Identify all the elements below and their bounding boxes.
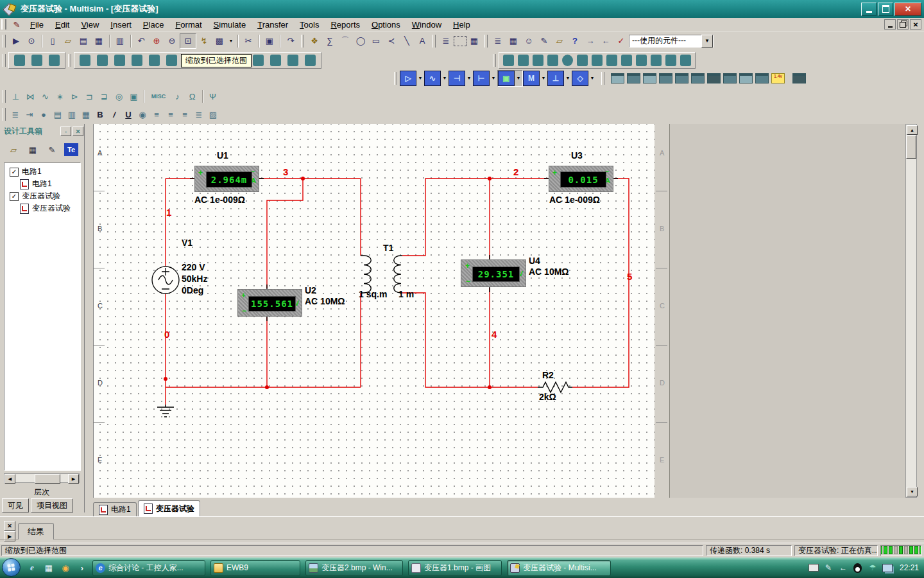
draw-ellipse-icon[interactable]: ◯ <box>353 34 368 48</box>
t1-secondary-label[interactable]: 1 m <box>398 289 414 299</box>
toolbar-grip[interactable] <box>3 90 6 103</box>
taskbar-button-bmp2[interactable]: 变压器2.bmp - Win... <box>305 560 403 576</box>
component-button[interactable] <box>49 55 60 66</box>
component-button[interactable] <box>503 55 514 66</box>
vertical-scrollbar[interactable]: ▲ ▼ <box>905 124 917 498</box>
dropdown-arrow-icon[interactable]: ▼ <box>540 71 547 85</box>
font-color-icon[interactable]: ◉ <box>135 107 150 121</box>
four-channel-scope-icon[interactable] <box>675 73 689 83</box>
settings-u2[interactable]: AC 10MΩ <box>305 296 345 306</box>
draw-rect-icon[interactable]: ▭ <box>368 34 384 48</box>
grapher-icon[interactable]: ▩ <box>212 34 227 48</box>
toolbar-grip[interactable] <box>493 54 496 67</box>
word-generator-icon[interactable] <box>723 73 737 83</box>
tray-collapse-icon[interactable]: ← <box>838 563 848 573</box>
menu-view[interactable]: View <box>75 19 105 31</box>
keyboard-tray-icon[interactable] <box>809 563 819 573</box>
toolbar-grip[interactable] <box>601 72 604 85</box>
refdes-t1[interactable]: T1 <box>383 243 393 253</box>
pen-tray-icon[interactable]: ✎ <box>823 563 834 573</box>
function-generator-icon[interactable] <box>627 73 640 83</box>
component-button[interactable] <box>665 55 676 66</box>
ground-part-icon[interactable]: ⊥ <box>8 89 23 103</box>
selection-box-icon[interactable] <box>454 36 466 46</box>
component-button[interactable] <box>562 55 573 66</box>
component-button[interactable] <box>80 55 90 66</box>
desktop-quicklaunch-icon[interactable]: ▦ <box>44 563 54 573</box>
toolbar-grip[interactable] <box>432 35 436 48</box>
fill-pattern-icon[interactable]: ▨ <box>206 107 220 121</box>
menu-simulate[interactable]: Simulate <box>208 19 252 31</box>
component-button[interactable] <box>518 55 529 66</box>
cmos-part-icon[interactable]: ⊒ <box>97 89 112 103</box>
forward-annotate-icon[interactable]: → <box>583 34 598 48</box>
power-family-icon[interactable]: ⊥ <box>547 71 564 86</box>
meter-u3[interactable]: + − A 0.015 <box>549 166 613 192</box>
zoom-out-icon[interactable]: ⊖ <box>164 34 180 48</box>
component-button[interactable] <box>680 55 691 66</box>
panel-minimize-button[interactable]: - <box>60 127 71 136</box>
settings-u1[interactable]: AC 1e-009Ω <box>194 195 245 205</box>
maximize-button[interactable] <box>878 3 893 16</box>
net-label-0[interactable]: 0 <box>164 329 169 340</box>
component-button[interactable] <box>253 55 264 66</box>
rated-family-icon[interactable]: ◇ <box>572 71 588 86</box>
picture-doc-icon[interactable]: ▦ <box>79 107 93 121</box>
tree-horizontal-scrollbar[interactable]: ◀ ▶ <box>4 473 80 483</box>
align-left-icon[interactable]: ≡ <box>150 107 164 121</box>
close-button[interactable]: ✕ <box>894 3 921 16</box>
tab-visible[interactable]: 可见 <box>2 498 29 512</box>
redo-icon[interactable]: ↷ <box>283 34 298 48</box>
align-center-icon[interactable]: ≡ <box>164 107 178 121</box>
results-tab[interactable]: 结果 <box>18 523 54 539</box>
ruler-icon[interactable]: ≣ <box>8 107 22 121</box>
copy-icon[interactable]: ▣ <box>262 34 277 48</box>
electromech-part-icon[interactable]: Ω <box>185 89 200 103</box>
component-button[interactable] <box>149 55 160 66</box>
menu-insert[interactable]: Insert <box>105 19 137 31</box>
taskbar-button-ewb9[interactable]: EWB9 <box>210 560 300 576</box>
v1-voltage[interactable]: 220 V <box>182 262 205 272</box>
net-label-3[interactable]: 3 <box>283 166 288 177</box>
meter-u1[interactable]: + − A 2.964m <box>194 166 259 192</box>
misc-family-icon[interactable]: M <box>523 71 540 86</box>
refdes-u1[interactable]: U1 <box>217 150 228 161</box>
component-button[interactable] <box>132 55 142 66</box>
resistor-part-icon[interactable]: ∿ <box>38 89 53 103</box>
diode-part-icon[interactable]: ⋈ <box>23 89 38 103</box>
results-expand-button[interactable]: ▶ <box>4 531 15 541</box>
taskbar-button-forum[interactable]: e 综合讨论 - 工控人家... <box>92 560 205 576</box>
refdes-r2[interactable]: R2 <box>542 370 554 380</box>
box-part-icon[interactable]: ▣ <box>126 89 141 103</box>
toolbar-grip[interactable] <box>3 54 6 67</box>
scroll-thumb[interactable] <box>35 474 60 484</box>
audio-part-icon[interactable]: ♪ <box>170 89 185 103</box>
ground-symbol[interactable] <box>157 405 174 417</box>
v1-phase[interactable]: 0Deg <box>182 285 203 295</box>
r2-value[interactable]: 2kΩ <box>539 392 556 402</box>
design-toolbox-titlebar[interactable]: 设计工具箱 - ✕ <box>1 126 83 137</box>
wattmeter-icon[interactable] <box>643 73 656 83</box>
toolbar-grip[interactable] <box>394 72 397 85</box>
component-button[interactable] <box>305 55 316 66</box>
cut-icon[interactable]: ✂ <box>241 34 256 48</box>
italic-icon[interactable]: / <box>107 107 121 121</box>
menu-grip[interactable] <box>1 19 6 30</box>
project-tree-icon[interactable]: ≣ <box>490 34 506 48</box>
place-hierarchy-icon[interactable]: ∑ <box>322 34 338 48</box>
spreadsheet-view-icon[interactable]: ▦ <box>506 34 521 48</box>
clipboard-doc-icon[interactable]: ▥ <box>65 107 79 121</box>
component-button[interactable] <box>114 55 125 66</box>
draw-arc-icon[interactable]: ⌒ <box>338 34 353 48</box>
t1-primary-label[interactable]: 1 sq.m <box>359 289 387 299</box>
component-button[interactable] <box>533 55 543 66</box>
sheet-tab-circuit1[interactable]: 电路1 <box>93 502 137 516</box>
qq-tray-icon[interactable] <box>853 563 863 573</box>
net-label-5[interactable]: 5 <box>627 271 632 282</box>
iv-analyzer-icon[interactable]: 1.4v <box>771 73 785 83</box>
tree-item-transformer-test-sheet[interactable]: 变压器试验 <box>4 202 80 215</box>
dropdown-arrow-icon[interactable]: ▼ <box>564 71 572 85</box>
taskbar-clock[interactable]: 22:21 <box>900 563 919 572</box>
checkbox-checked-icon[interactable]: ✓ <box>10 168 19 177</box>
open-project-icon[interactable]: ▱ <box>6 143 21 156</box>
